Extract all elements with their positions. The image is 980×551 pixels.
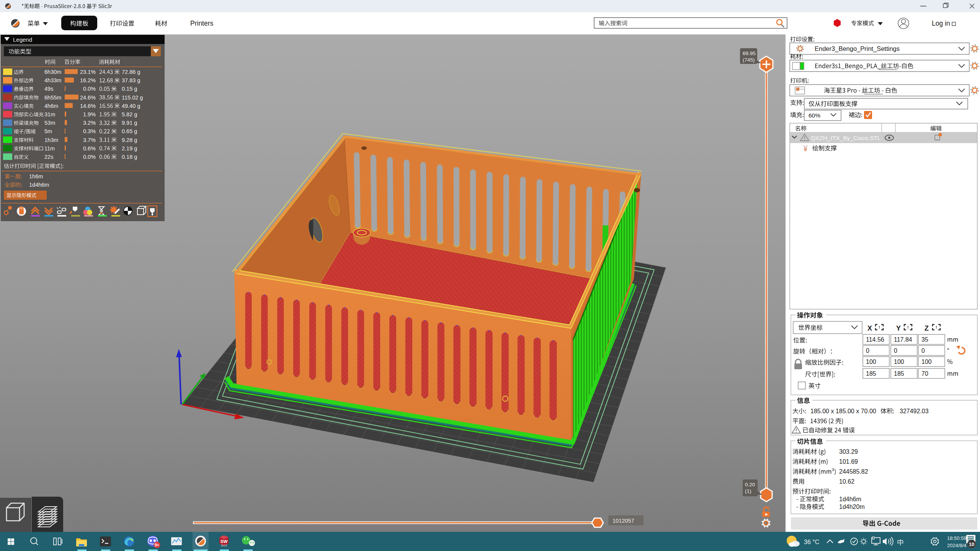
svg-text:2022: 2022 [221, 544, 227, 547]
svg-text:5.82 g: 5.82 g [122, 111, 137, 117]
svg-text:0.3%: 0.3% [83, 128, 96, 134]
svg-text:185: 185 [894, 370, 904, 377]
svg-text:0.0%: 0.0% [83, 86, 96, 92]
svg-text:Printers: Printers [190, 20, 214, 27]
svg-text:1012057: 1012057 [612, 518, 634, 524]
svg-text:0.18 g: 0.18 g [122, 154, 137, 160]
svg-text:3.7%: 3.7% [83, 137, 96, 143]
svg-text:53m: 53m [44, 120, 55, 126]
svg-text:49s: 49s [44, 86, 53, 92]
svg-text:70: 70 [921, 370, 928, 377]
svg-text:3.2%: 3.2% [83, 120, 96, 126]
svg-text:0.15 g: 0.15 g [122, 86, 137, 92]
svg-text:QXZH_ITX_By_Cisco.STL: QXZH_ITX_By_Cisco.STL [811, 135, 881, 141]
svg-text:72.86 g: 72.86 g [122, 69, 140, 75]
svg-text:4h6m: 4h6m [44, 103, 58, 109]
svg-text:(745): (745) [743, 57, 755, 63]
svg-text:303.29: 303.29 [839, 448, 858, 455]
svg-text:185.00 x 185.00 x 70.00: 185.00 x 185.00 x 70.00 [810, 408, 876, 414]
svg-text:1h6m: 1h6m [29, 173, 43, 179]
svg-text:(1): (1) [745, 488, 751, 494]
svg-text:1d4h6m: 1d4h6m [29, 182, 49, 188]
svg-text:4h33m: 4h33m [44, 77, 61, 83]
svg-text:60%: 60% [808, 112, 820, 119]
svg-text:185: 185 [866, 370, 876, 377]
svg-text:9.28 g: 9.28 g [122, 137, 137, 143]
svg-text:16.2%: 16.2% [80, 77, 96, 83]
svg-text:117.84: 117.84 [894, 336, 912, 343]
svg-text:114.56: 114.56 [866, 336, 884, 343]
svg-text:Ender3_Bengo_Print_Settings: Ender3_Bengo_Print_Settings [815, 45, 900, 52]
svg-text:5m: 5m [44, 128, 52, 134]
svg-text:1d4h6m: 1d4h6m [839, 496, 861, 502]
svg-text:10: 10 [969, 541, 974, 547]
svg-text:Legend: Legend [13, 36, 32, 43]
svg-text:0.0%: 0.0% [83, 154, 96, 160]
svg-text:0: 0 [894, 347, 897, 354]
svg-text:35: 35 [921, 336, 928, 343]
svg-text:0.20: 0.20 [745, 482, 755, 487]
svg-text:Log in: Log in [932, 20, 950, 27]
svg-text:2024/8/4: 2024/8/4 [947, 543, 967, 548]
svg-text:100: 100 [894, 359, 904, 365]
svg-text:0.65 g: 0.65 g [122, 128, 137, 134]
svg-text:69.95: 69.95 [743, 51, 756, 56]
svg-text:6h55m: 6h55m [44, 95, 61, 101]
svg-text:11m: 11m [44, 145, 55, 152]
svg-text:SW: SW [220, 539, 228, 544]
svg-text:23.1%: 23.1% [80, 69, 96, 75]
svg-text:37.83 g: 37.83 g [122, 77, 140, 83]
svg-text:0: 0 [921, 347, 925, 354]
svg-text:31m: 31m [44, 111, 55, 117]
svg-text:22s: 22s [44, 154, 53, 160]
svg-text:0: 0 [866, 347, 869, 354]
svg-text:49.40 g: 49.40 g [122, 103, 140, 109]
svg-text:9+: 9+ [155, 543, 159, 547]
svg-text:100: 100 [866, 359, 876, 365]
svg-text:327492.03: 327492.03 [900, 408, 929, 414]
svg-text:Z: Z [924, 324, 929, 332]
svg-text:101.69: 101.69 [839, 458, 858, 465]
svg-text:244585.82: 244585.82 [839, 468, 868, 475]
svg-text:100: 100 [921, 359, 932, 365]
svg-text:6h30m: 6h30m [44, 69, 61, 75]
svg-text:1.9%: 1.9% [83, 111, 96, 117]
svg-text:Y: Y [896, 324, 901, 332]
svg-text:10.62: 10.62 [839, 478, 854, 485]
svg-text:9.91 g: 9.91 g [122, 120, 137, 126]
svg-text:115.02 g: 115.02 g [122, 95, 143, 101]
svg-text:1h3m: 1h3m [44, 137, 58, 143]
svg-text:36 °C: 36 °C [804, 539, 819, 545]
svg-text:18:50:59: 18:50:59 [947, 535, 967, 541]
svg-text:24.6%: 24.6% [80, 95, 96, 101]
svg-text:X: X [867, 324, 872, 332]
svg-text:14.6%: 14.6% [80, 103, 96, 109]
svg-text:2.19 g: 2.19 g [122, 145, 137, 152]
svg-text:0.6%: 0.6% [83, 145, 96, 152]
svg-text:1d4h20m: 1d4h20m [839, 504, 865, 510]
